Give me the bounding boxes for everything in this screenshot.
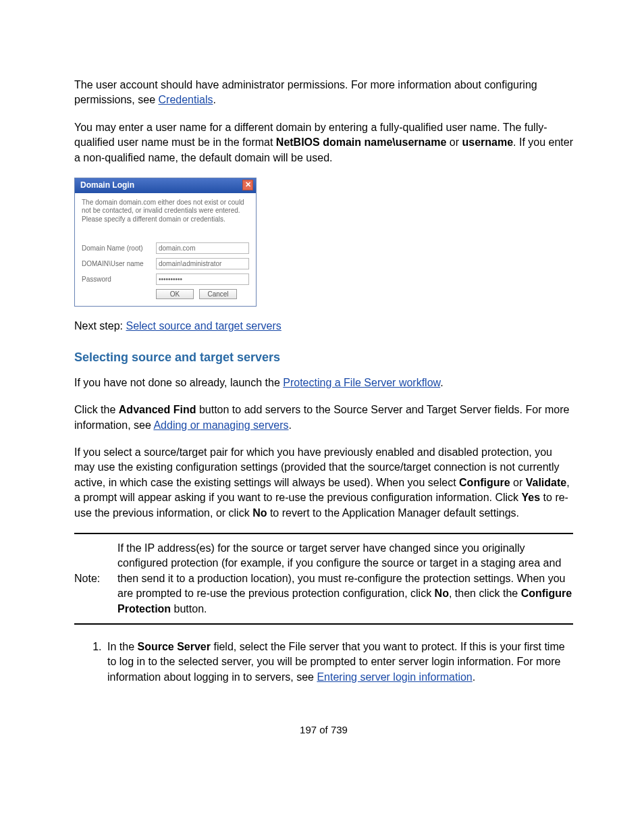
note-box: Note: If the IP address(es) for the sour… bbox=[74, 533, 573, 625]
domain-login-dialog: Domain Login ✕ The domain domain.com eit… bbox=[74, 178, 257, 307]
label-user-name: DOMAIN\User name bbox=[82, 260, 156, 267]
paragraph-launch-workflow: If you have not done so already, launch … bbox=[74, 375, 573, 390]
close-icon[interactable]: ✕ bbox=[242, 180, 253, 190]
list-item: In the Source Server field, select the F… bbox=[105, 640, 573, 685]
paragraph-advanced-find: Click the Advanced Find button to add se… bbox=[74, 402, 573, 433]
paragraph-username-format: You may enter a user name for a differen… bbox=[74, 120, 573, 165]
text: . bbox=[473, 671, 475, 683]
text: Click the bbox=[74, 404, 119, 415]
text: to revert to the Application Manager def… bbox=[267, 507, 519, 519]
text: If you have not done so already, launch … bbox=[74, 377, 283, 388]
text: . bbox=[289, 419, 292, 431]
link-adding-servers[interactable]: Adding or managing servers bbox=[153, 419, 288, 431]
text: . bbox=[440, 377, 443, 388]
text-bold: NetBIOS domain name\username bbox=[276, 136, 447, 148]
link-entering-login-info[interactable]: Entering server login information bbox=[317, 671, 472, 683]
dialog-button-row: OK Cancel bbox=[156, 289, 249, 299]
link-select-servers[interactable]: Select source and target servers bbox=[126, 320, 281, 332]
text: . bbox=[213, 94, 215, 105]
input-user-name[interactable] bbox=[156, 258, 249, 269]
text-bold: username bbox=[462, 136, 513, 148]
text-bold: Yes bbox=[522, 492, 541, 503]
link-protecting-workflow[interactable]: Protecting a File Server workflow bbox=[283, 377, 440, 388]
paragraph-reuse-config: If you select a source/target pair for w… bbox=[74, 445, 573, 521]
text: or bbox=[446, 136, 462, 148]
heading-selecting-servers: Selecting source and target servers bbox=[74, 350, 573, 365]
dialog-row-password: Password bbox=[82, 273, 249, 285]
text: The user account should have administrat… bbox=[74, 79, 537, 105]
label-domain-name: Domain Name (root) bbox=[82, 244, 156, 252]
text: , then click the bbox=[449, 588, 521, 599]
text: Next step: bbox=[74, 320, 126, 332]
label-password: Password bbox=[82, 276, 156, 283]
text: button. bbox=[171, 603, 207, 615]
paragraph-permissions: The user account should have administrat… bbox=[74, 78, 573, 108]
dialog-row-user: DOMAIN\User name bbox=[82, 258, 249, 269]
note-label: Note: bbox=[74, 541, 117, 617]
text-bold: Source Server bbox=[137, 641, 211, 652]
text: or bbox=[510, 477, 526, 488]
text-bold: Configure bbox=[459, 477, 510, 488]
page-number: 197 of 739 bbox=[74, 724, 573, 735]
dialog-row-domain: Domain Name (root) bbox=[82, 242, 249, 254]
cancel-button[interactable]: Cancel bbox=[199, 289, 237, 299]
text-bold: No bbox=[435, 588, 449, 599]
link-credentials[interactable]: Credentials bbox=[159, 94, 213, 105]
text-bold: Advanced Find bbox=[119, 404, 196, 415]
input-domain-name[interactable] bbox=[156, 242, 249, 254]
paragraph-next-step: Next step: Select source and target serv… bbox=[74, 319, 573, 334]
step-list: In the Source Server field, select the F… bbox=[74, 640, 573, 685]
ok-button[interactable]: OK bbox=[156, 289, 194, 299]
input-password[interactable] bbox=[156, 273, 249, 285]
dialog-message: The domain domain.com either does not ex… bbox=[82, 199, 249, 224]
text-bold: No bbox=[252, 507, 267, 519]
note-body: If the IP address(es) for the source or … bbox=[117, 541, 573, 617]
dialog-body: The domain domain.com either does not ex… bbox=[75, 193, 256, 307]
text-bold: Validate bbox=[526, 477, 566, 488]
dialog-title: Domain Login bbox=[80, 180, 134, 190]
dialog-titlebar: Domain Login ✕ bbox=[75, 178, 256, 193]
text: In the bbox=[107, 641, 137, 652]
